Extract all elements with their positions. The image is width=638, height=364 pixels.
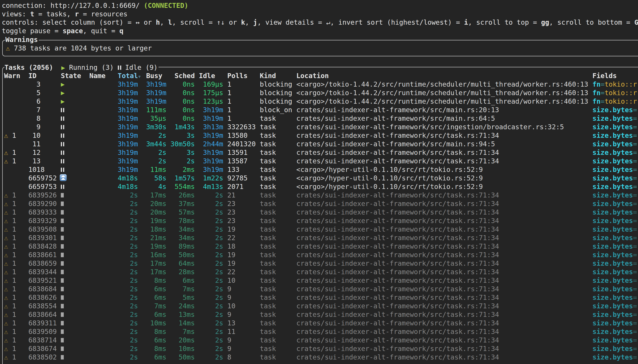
task-id: 6838554 (28, 302, 57, 310)
task-kind: task (260, 302, 276, 310)
task-kind: task (260, 293, 276, 302)
task-row-8[interactable]: 83h19m35µs0ns3h19m1taskcrates/sui-indexe… (0, 114, 638, 123)
task-fields: size.bytes= (592, 216, 637, 225)
task-row-6659753[interactable]: 66597534m18s4s554ms4m13s2071task<cargo>/… (0, 182, 638, 191)
polls-count: 19 (228, 259, 236, 268)
idle-duration: 2s (203, 208, 223, 216)
total-duration: 3h19m (94, 80, 138, 89)
task-row-10[interactable]: ⚠1 103h19m2s3s3h19m13580taskcrates/sui-i… (0, 131, 638, 140)
state-done-icon (61, 242, 64, 251)
task-row-6838428[interactable]: ⚠168384282s19ms89ms2s18taskcrates/sui-in… (0, 242, 638, 251)
total-duration: 2s (94, 336, 138, 344)
task-id: 6839333 (28, 208, 57, 216)
task-row-6839329[interactable]: ⚠168393292s19ms78ms2s23taskcrates/sui-in… (0, 216, 638, 225)
task-row-6838659[interactable]: ⚠168386592s17ms64ms2s19taskcrates/sui-in… (0, 259, 638, 268)
sched-duration: 0ns (170, 114, 195, 123)
polls-count: 10 (228, 302, 236, 310)
task-row-7[interactable]: 73h19m111ms0ns3h19m1block_oncrates/sui-i… (0, 106, 638, 114)
task-kind: task (260, 174, 276, 182)
column-header-idle[interactable]: Idle (199, 72, 215, 80)
task-id: 6838684 (28, 285, 57, 293)
task-fields: fn=tokio::r (592, 89, 637, 97)
task-row-6659752[interactable]: 66597524m18s58s1m57s1m22s92785task<cargo… (0, 174, 638, 182)
busy-duration: 3m44s (146, 140, 166, 148)
task-row-6838714[interactable]: ⚠168387142s6ms20ms2s9taskcrates/sui-inde… (0, 336, 638, 344)
warning-icon: ⚠ (4, 293, 8, 302)
tasks-panel-title: Tasks (2056) ▶ Running (3) Idle (9) (4, 64, 158, 71)
task-fields: size.bytes= (592, 114, 637, 123)
task-id: 6659752 (28, 174, 57, 182)
polls-count: 13580 (228, 131, 248, 140)
polls-count: 13 (228, 319, 236, 328)
sched-duration: 37ms (170, 200, 195, 208)
warning-icon: ⚠ (4, 200, 8, 208)
task-row-6839509[interactable]: ⚠168395092s8ms7ms2s11taskcrates/sui-inde… (0, 328, 638, 336)
task-row-6839311[interactable]: ⚠168393112s10ms14ms2s13taskcrates/sui-in… (0, 319, 638, 328)
task-id: 6839290 (28, 200, 57, 208)
sched-duration: 34ms (170, 225, 195, 234)
task-location: <cargo>/hyper-util-0.1.10/src/rt/tokio.r… (296, 182, 483, 191)
task-row-6838674[interactable]: ⚠168386742s8ms10ms2s9taskcrates/sui-inde… (0, 344, 638, 353)
idle-duration: 2s (203, 216, 223, 225)
column-header-polls[interactable]: Polls (228, 72, 248, 80)
total-duration: 2s (94, 200, 138, 208)
task-row-6838684[interactable]: ⚠168386842s6ms7ms2s9taskcrates/sui-index… (0, 285, 638, 293)
state-idle-icon (61, 114, 64, 123)
column-header-sched[interactable]: Sched (174, 72, 195, 80)
column-header-id[interactable]: ID (28, 72, 36, 80)
warn-count: 1 (12, 157, 16, 166)
task-fields: size.bytes= (592, 166, 637, 174)
column-header-kind[interactable]: Kind (260, 72, 276, 80)
warning-icon: ⚠ (4, 157, 8, 166)
task-kind: task (260, 166, 276, 174)
task-row-11[interactable]: 113h19m3m44s30m50s2h44m2401320taskcrates… (0, 140, 638, 148)
task-row-6839526[interactable]: ⚠168395262s17ms26ms2s21taskcrates/sui-in… (0, 191, 638, 200)
task-row-13[interactable]: ⚠1 133h19m2s2s3h19m13587taskcrates/sui-i… (0, 157, 638, 166)
sched-duration: 64ms (170, 259, 195, 268)
task-location: crates/sui-indexer-alt-framework/src/tas… (296, 216, 499, 225)
column-header-location[interactable]: Location (296, 72, 329, 80)
column-header-state[interactable]: State (61, 72, 81, 80)
warn-count: 1 (12, 285, 16, 293)
task-row-6839333[interactable]: ⚠168393332s20ms57ms2s23taskcrates/sui-in… (0, 208, 638, 216)
idle-duration: 2h44m (203, 140, 223, 148)
sched-duration: 6ms (170, 276, 195, 285)
task-row-6839301[interactable]: ⚠168393012s21ms34ms2s22taskcrates/sui-in… (0, 234, 638, 242)
task-id: 6 (28, 97, 41, 106)
sched-duration: 13ms (170, 310, 195, 319)
task-id: 9 (28, 123, 41, 131)
task-location: crates/sui-indexer-alt-framework/src/tas… (296, 336, 499, 344)
column-header-total[interactable]: Total▿ (118, 72, 141, 80)
total-duration: 2s (94, 310, 138, 319)
state-done-icon (61, 285, 64, 293)
total-duration: 2s (94, 251, 138, 259)
task-row-6839290[interactable]: ⚠168392902s20ms37ms2s23taskcrates/sui-in… (0, 200, 638, 208)
task-row-3[interactable]: 3▶3h19m3h19m0ns169µs1blocking<cargo>/tok… (0, 80, 638, 89)
state-done-icon (61, 353, 64, 362)
task-row-6838502[interactable]: ⚠168385022s6ms50ms2s8taskcrates/sui-inde… (0, 353, 638, 362)
warn-count: 1 (12, 319, 16, 328)
sched-duration: 3s (170, 148, 195, 157)
total-duration: 3h19m (94, 89, 138, 97)
column-header-fields[interactable]: Fields (592, 72, 617, 80)
task-row-6[interactable]: 6▶3h19m3h19m0ns123µs1blocking<cargo>/tok… (0, 97, 638, 106)
column-header-name[interactable]: Name (89, 72, 106, 80)
column-header-warn[interactable]: Warn (4, 72, 20, 80)
task-location: <cargo>/hyper-util-0.1.10/src/rt/tokio.r… (296, 174, 483, 182)
task-row-6838554[interactable]: ⚠168385542s7ms24ms2s10taskcrates/sui-ind… (0, 302, 638, 310)
warning-icon: ⚠ (4, 276, 8, 285)
task-row-6838664[interactable]: ⚠168386642s6ms13ms2s9taskcrates/sui-inde… (0, 310, 638, 319)
task-row-6838661[interactable]: ⚠168386612s16ms50ms2s19taskcrates/sui-in… (0, 251, 638, 259)
task-row-6838626[interactable]: ⚠168386262s6ms5ms2s9taskcrates/sui-index… (0, 293, 638, 302)
task-row-6839521[interactable]: ⚠168395212s8ms6ms2s10taskcrates/sui-inde… (0, 276, 638, 285)
task-row-6839508[interactable]: ⚠168395082s18ms34ms2s19taskcrates/sui-in… (0, 225, 638, 234)
task-row-5[interactable]: 5▶3h19m3h19m0ns175µs1blocking<cargo>/tok… (0, 89, 638, 97)
task-row-9[interactable]: 93h19m3m30s1m43s3h13m3322633taskcrates/s… (0, 123, 638, 131)
task-fields: size.bytes= (592, 191, 637, 200)
task-row-1018[interactable]: 10183h19m11ms2ms3h19m133task<cargo>/hype… (0, 166, 638, 174)
task-row-12[interactable]: ⚠1 123h19m2s3s3h19m13591taskcrates/sui-i… (0, 148, 638, 157)
task-kind: task (260, 157, 276, 166)
sched-duration: 34ms (170, 234, 195, 242)
task-row-6839344[interactable]: ⚠168393442s17ms28ms2s22taskcrates/sui-in… (0, 268, 638, 276)
column-header-busy[interactable]: Busy (146, 72, 162, 80)
